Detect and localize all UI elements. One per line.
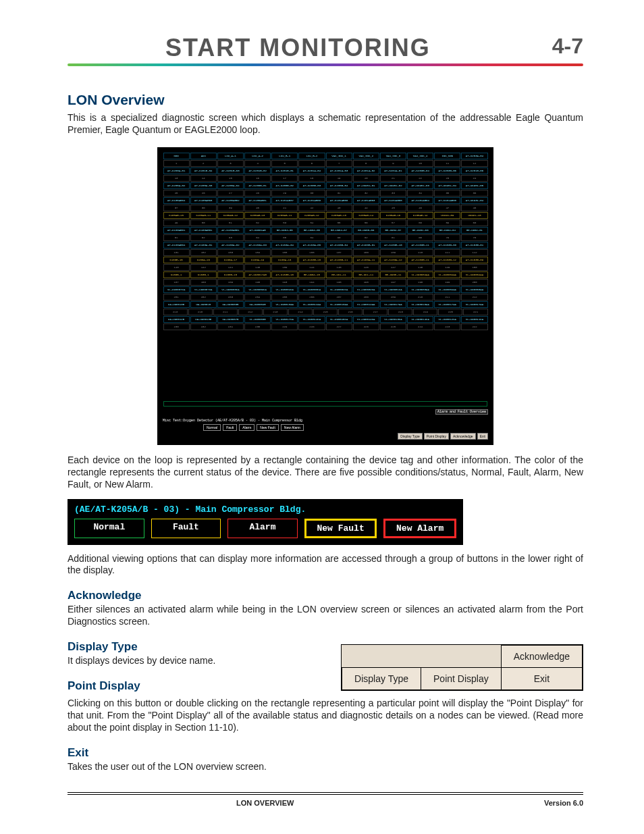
diag-status-alarm: Alarm: [239, 424, 254, 431]
legend-new-alarm: New Alarm: [383, 519, 456, 538]
diag-status-normal: Normal: [203, 424, 221, 431]
legend-header: (AE/AT-K205A/B - 03) - Main Compressor B…: [74, 504, 456, 515]
lon-intro-paragraph: This is a specialized diagnostic screen …: [68, 112, 583, 136]
legend-new-fault: New Fault: [304, 519, 377, 538]
legend-fault: Fault: [151, 519, 221, 538]
header-gradient-rule: [68, 63, 583, 66]
paragraph-exit: Takes the user out of the LON overview s…: [68, 761, 583, 773]
paragraph-viewing-options: Additional viewing options that can disp…: [68, 553, 583, 577]
diag-btn-point-display[interactable]: Point Display: [424, 433, 449, 440]
button-figure: Acknowledge Display Type Point Display E…: [341, 644, 583, 691]
status-legend-screenshot: (AE/AT-K205A/B - 03) - Main Compressor B…: [68, 499, 463, 545]
fig-btn-acknowledge[interactable]: Acknowledge: [501, 646, 582, 668]
section-lon-overview-heading: LON Overview: [68, 92, 583, 108]
diag-status-new-fault: New Fault: [257, 424, 279, 431]
diag-alarm-fault-overview-label: Alarm and Fault Overview: [435, 409, 488, 415]
footer-version: Version 6.0: [544, 799, 583, 807]
diag-btn-display-type[interactable]: Display Type: [398, 433, 423, 440]
paragraph-acknowledge: Either silences an activated alarm while…: [68, 604, 583, 628]
fig-btn-display-type[interactable]: Display Type: [342, 668, 421, 690]
page-footer: LON OVERVIEW Version 6.0: [68, 785, 583, 807]
diag-lowbar-text: Misc Test:Oxygen Detector (AE/AT-K205A/B…: [163, 419, 488, 423]
footer-section: LON OVERVIEW: [68, 799, 294, 807]
fig-btn-exit[interactable]: Exit: [501, 668, 582, 690]
header-page-number: 4-7: [552, 34, 583, 59]
diag-btn-exit[interactable]: Exit: [477, 433, 488, 440]
heading-exit: Exit: [68, 746, 583, 760]
diag-btn-acknowledge[interactable]: Acknowledge: [450, 433, 476, 440]
legend-normal: Normal: [74, 519, 144, 538]
legend-alarm: Alarm: [227, 519, 298, 538]
page-header: START MONITORING 4-7: [68, 34, 583, 66]
lon-diagnostic-screenshot: NONAUXLCU_A-1LCU_A-2LCU_B-1LCU_B-2VAX_ID…: [157, 147, 493, 445]
header-title: START MONITORING: [165, 34, 431, 62]
fig-btn-point-display[interactable]: Point Display: [421, 668, 502, 690]
paragraph-device-status: Each device on the loop is represented b…: [68, 454, 583, 491]
diag-status-fault: Fault: [223, 424, 237, 431]
heading-acknowledge: Acknowledge: [68, 589, 583, 602]
diag-status-new-alarm: New Alarm: [281, 424, 304, 431]
paragraph-point-display: Clicking on this button or double clicki…: [68, 698, 583, 734]
